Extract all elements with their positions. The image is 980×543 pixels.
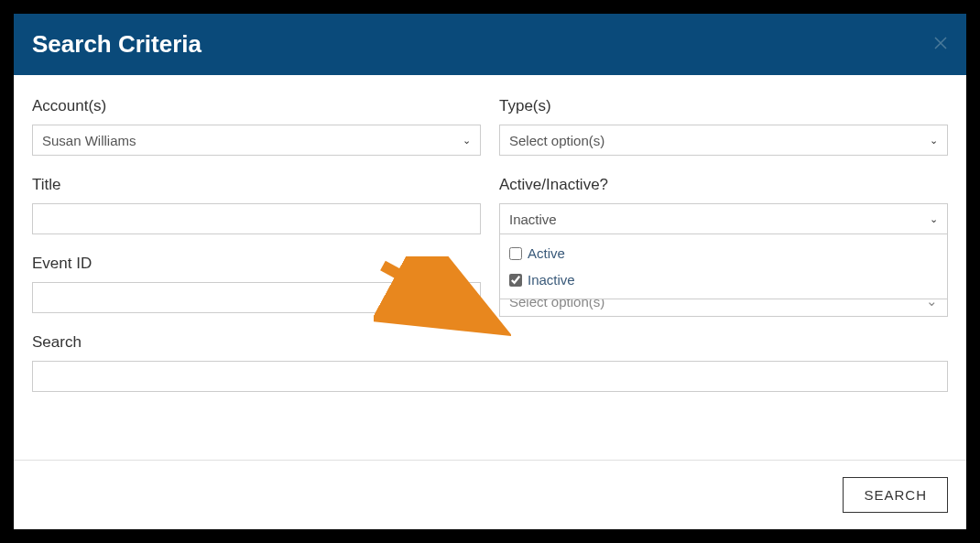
active-inactive-select[interactable]: Inactive ⌄: [499, 203, 948, 234]
modal-body: Account(s) Susan Williams ⌄ Type(s) Sele…: [14, 75, 966, 460]
title-label: Title: [32, 176, 481, 194]
search-input[interactable]: [32, 361, 948, 392]
active-checkbox[interactable]: [509, 247, 522, 260]
event-id-input[interactable]: [32, 282, 481, 313]
search-criteria-modal: Search Criteria Account(s) Susan William…: [14, 14, 966, 529]
search-label: Search: [32, 333, 948, 352]
types-select[interactable]: Select option(s) ⌄: [499, 125, 948, 156]
modal-title: Search Criteria: [32, 30, 201, 59]
accounts-value: Susan Williams: [42, 133, 136, 148]
chevron-down-icon: ⌄: [930, 135, 938, 147]
title-input[interactable]: [32, 203, 481, 234]
active-inactive-value: Inactive: [509, 212, 557, 227]
inactive-checkbox[interactable]: [509, 274, 522, 287]
option-inactive[interactable]: Inactive: [509, 266, 938, 293]
active-inactive-label: Active/Inactive?: [499, 176, 948, 194]
modal-header: Search Criteria: [14, 14, 966, 75]
chevron-down-icon: ⌄: [463, 135, 471, 147]
event-id-label: Event ID: [32, 255, 481, 273]
types-placeholder: Select option(s): [509, 133, 604, 148]
modal-footer: SEARCH: [14, 460, 966, 529]
types-label: Type(s): [499, 97, 948, 115]
chevron-down-icon: ⌄: [930, 213, 938, 225]
accounts-label: Account(s): [32, 97, 481, 115]
accounts-select[interactable]: Susan Williams ⌄: [32, 125, 481, 156]
close-icon[interactable]: [933, 34, 948, 55]
active-inactive-dropdown: Active Inactive: [499, 234, 948, 299]
option-active[interactable]: Active: [509, 240, 938, 266]
search-button[interactable]: SEARCH: [843, 477, 948, 513]
